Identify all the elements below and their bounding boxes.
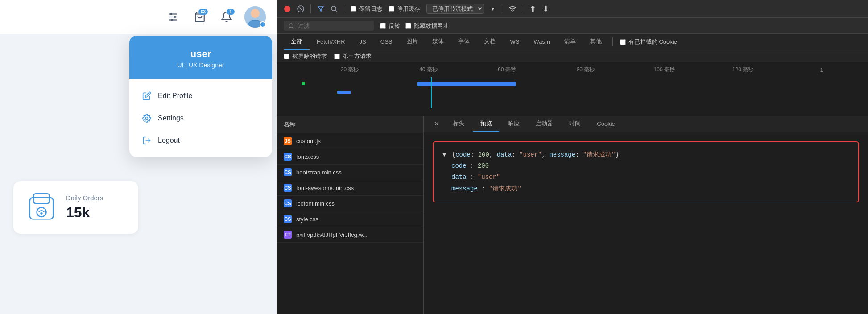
svg-line-23 (293, 27, 294, 28)
tab-img[interactable]: 图片 (399, 34, 425, 50)
tab-font[interactable]: 字体 (451, 34, 477, 50)
preserve-log-group[interactable]: 保留日志 (351, 5, 382, 13)
third-party-checkbox[interactable] (334, 54, 340, 59)
json-triangle[interactable]: ▼ (442, 151, 446, 158)
preview-tab-response[interactable]: 响应 (501, 116, 527, 132)
avatar-container[interactable] (244, 6, 266, 28)
invert-label: 反转 (389, 22, 400, 30)
json-colon-3: : (481, 185, 489, 192)
filter-input-container[interactable] (284, 21, 374, 31)
tab-doc[interactable]: 文档 (477, 34, 503, 50)
preview-tab-timing[interactable]: 时间 (562, 116, 588, 132)
edit-profile-item[interactable]: Edit Profile (129, 85, 272, 107)
disable-cache-group[interactable]: 停用缓存 (389, 5, 420, 13)
filter-search-icon (288, 23, 294, 29)
preserve-log-checkbox[interactable] (351, 6, 356, 12)
json-root-line: ▼ {code: 200, data: "user", message: "请求… (442, 149, 849, 161)
throttle-dropdown-icon[interactable]: ▼ (490, 6, 496, 12)
file-item-font-awesome[interactable]: CS font-awesome.min.css (277, 180, 423, 196)
network-tabs: 全部 Fetch/XHR JS CSS 图片 媒体 字体 文档 WS Wasm … (277, 34, 868, 50)
hide-data-urls-group[interactable]: 隐藏数据网址 (405, 22, 449, 30)
filter-row-2: 被屏蔽的请求 第三方请求 (277, 50, 868, 62)
blocked-requests-group[interactable]: 被屏蔽的请求 (284, 52, 327, 60)
filter-input[interactable] (298, 22, 369, 29)
invert-group[interactable]: 反转 (380, 22, 400, 30)
settings-item[interactable]: Settings (129, 107, 272, 129)
json-properties: code : 200 data : "user" message : (451, 161, 849, 194)
logout-label: Logout (158, 136, 180, 145)
clear-button[interactable] (297, 5, 304, 12)
svg-point-15 (40, 212, 42, 215)
tab-all[interactable]: 全部 (284, 34, 310, 50)
svg-point-10 (146, 117, 148, 120)
blocked-cookies-group[interactable]: 有已拦截的 Cookie (616, 38, 681, 46)
blocked-requests-checkbox[interactable] (284, 54, 289, 59)
tab-css[interactable]: CSS (373, 35, 400, 50)
file-item-fonts-css[interactable]: CS fonts.css (277, 149, 423, 165)
filter-button[interactable] (317, 5, 324, 12)
json-data-value: "user" (478, 174, 500, 181)
svg-point-19 (331, 6, 336, 11)
devtools-toolbar: 保留日志 停用缓存 已停用节流模式 ▼ ⬆ ⬇ (277, 0, 868, 18)
ruler-mark-60: 60 毫秒 (468, 66, 546, 74)
file-name-font: pxiFvp8kv8JHgFVrJIfcg.w... (296, 231, 368, 238)
logout-item[interactable]: Logout (129, 129, 272, 152)
tab-wasm[interactable]: Wasm (526, 35, 557, 50)
json-data-key: data (451, 174, 467, 181)
daily-orders-title: Daily Orders (66, 194, 103, 202)
timeline-bar-green (302, 82, 305, 85)
cart-badge: 03 (198, 9, 208, 15)
disable-cache-checkbox[interactable] (389, 6, 394, 12)
tab-js[interactable]: JS (352, 35, 373, 50)
tab-fetch-xhr[interactable]: Fetch/XHR (310, 35, 352, 50)
upload-button[interactable]: ⬆ (529, 4, 536, 14)
tab-manifest[interactable]: 清单 (557, 34, 583, 50)
json-code-value: 200 (478, 162, 489, 169)
preview-tab-initiator[interactable]: 启动器 (529, 116, 560, 132)
svg-line-18 (299, 7, 302, 11)
tab-media[interactable]: 媒体 (425, 34, 451, 50)
preview-content: ▼ {code: 200, data: "user", message: "请求… (424, 132, 868, 314)
search-button[interactable] (331, 5, 338, 12)
logout-icon (142, 136, 152, 145)
separator-1 (310, 4, 311, 13)
file-item-custom-js[interactable]: JS custom.js (277, 133, 423, 149)
third-party-group[interactable]: 第三方请求 (334, 52, 372, 60)
download-button[interactable]: ⬇ (542, 4, 549, 14)
hide-data-urls-label: 隐藏数据网址 (414, 22, 449, 30)
timeline-cursor (431, 77, 432, 108)
notification-icon[interactable]: 1 (218, 8, 236, 26)
file-name-icofont: icofont.min.css (296, 200, 335, 207)
wifi-icon (508, 5, 517, 13)
file-name-custom-js: custom.js (296, 138, 321, 145)
cart-icon[interactable]: 03 (191, 8, 209, 26)
throttle-select[interactable]: 已停用节流模式 (426, 4, 484, 14)
file-icon-icofont: CS (284, 199, 292, 207)
timeline-area: 20 毫秒 40 毫秒 60 毫秒 80 毫秒 100 毫秒 120 毫秒 1 (277, 62, 868, 116)
file-name-fonts-css: fonts.css (296, 153, 319, 160)
settings-icon (142, 113, 152, 123)
daily-orders-text: Daily Orders 15k (66, 194, 103, 221)
tab-other[interactable]: 其他 (583, 34, 609, 50)
preview-tab-header[interactable]: 标头 (446, 116, 471, 132)
tab-ws[interactable]: WS (503, 35, 526, 50)
preview-tab-preview[interactable]: 预览 (473, 116, 499, 132)
hide-data-urls-checkbox[interactable] (405, 23, 411, 29)
file-item-font[interactable]: FT pxiFvp8kv8JHgFVrJIfcg.w... (277, 227, 423, 243)
json-code-key: code (451, 162, 467, 169)
file-icon-fonts-css: CS (284, 153, 292, 161)
file-item-icofont[interactable]: CS icofont.min.css (277, 196, 423, 211)
preview-close-button[interactable]: × (431, 118, 442, 130)
record-button[interactable] (284, 5, 291, 12)
file-item-bootstrap[interactable]: CS bootstrap.min.css (277, 165, 423, 180)
preview-tab-cookie[interactable]: Cookie (590, 117, 622, 132)
svg-rect-13 (34, 194, 50, 203)
svg-point-22 (289, 23, 293, 27)
blocked-cookies-checkbox[interactable] (620, 39, 626, 45)
file-icon-font: FT (284, 231, 292, 239)
json-message-key: message (451, 185, 478, 192)
file-item-style[interactable]: CS style.css (277, 211, 423, 227)
file-icon-style: CS (284, 215, 292, 223)
invert-checkbox[interactable] (380, 23, 386, 29)
equalizer-icon[interactable] (164, 8, 182, 26)
